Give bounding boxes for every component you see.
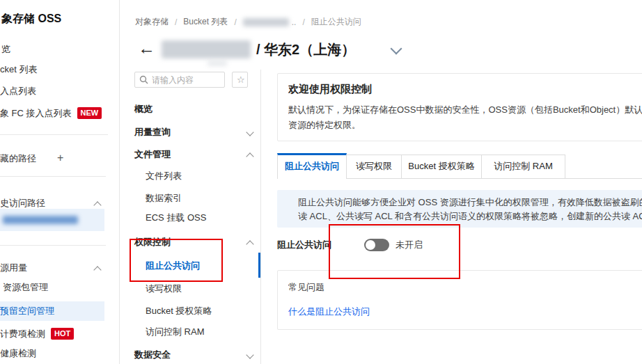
sidebar-item-redacted-path[interactable] <box>0 209 104 231</box>
breadcrumb-separator: / <box>234 17 236 27</box>
sidebar-item-reserved-capacity[interactable]: 预留空间管理 <box>0 301 104 321</box>
tab-ram-access-control[interactable]: 访问控制 RAM <box>482 155 565 178</box>
toggle-state-text: 未开启 <box>396 238 423 252</box>
sidebar-item-label: 资源包管理 <box>3 282 48 292</box>
nav-item-ecs-mount-oss[interactable]: ECS 挂载 OSS <box>146 211 206 225</box>
favorite-star-button[interactable]: ☆ <box>232 72 248 88</box>
sidebar-item-label: 健康检测 <box>0 348 36 358</box>
nav-item-label: ECS 挂载 OSS <box>146 212 206 223</box>
chevron-down-icon <box>246 128 253 136</box>
nav-item-bucket-policy[interactable]: Bucket 授权策略 <box>146 304 212 318</box>
welcome-title: 欢迎使用权限控制 <box>288 83 372 96</box>
active-nav-indicator <box>258 253 260 278</box>
breadcrumb: 对象存储 / Bucket 列表 / .. / 阻止公共访问 <box>135 17 361 27</box>
bucket-name-redacted <box>162 40 251 58</box>
chevron-up-icon <box>246 152 253 160</box>
nav-item-label: 文件管理 <box>134 149 171 159</box>
welcome-text-line2: 资源的特定权限。 <box>288 119 642 132</box>
nav-item-file-list[interactable]: 文件列表 <box>146 169 182 183</box>
sidebar-item-label: 史访问路径 <box>0 198 45 208</box>
sidebar-item-resource-packages[interactable]: 资源包管理 <box>3 280 48 294</box>
hot-badge: HOT <box>51 328 74 340</box>
product-title: 象存储 OSS <box>1 11 61 26</box>
nav-item-label: 数据安全 <box>134 349 171 360</box>
chevron-up-icon <box>246 240 253 248</box>
sidebar-item-resource-usage[interactable]: 源用量 <box>0 261 27 275</box>
toggle-label: 阻止公共访问 <box>277 238 331 252</box>
nav-item-read-write-permission[interactable]: 读写权限 <box>146 282 182 296</box>
faq-title: 常见问题 <box>288 281 324 294</box>
breadcrumb-ellipsis: .. <box>292 17 297 27</box>
sidebar-item-label: 象 FC 接入点列表 <box>0 108 72 118</box>
back-arrow-icon[interactable]: ← <box>138 38 155 60</box>
tab-read-write-permission[interactable]: 读写权限 <box>347 155 402 178</box>
tab-block-public-access[interactable]: 阻止公共访问 <box>277 153 347 179</box>
nav-item-label: 读写权限 <box>146 283 182 294</box>
nav-item-label: 概览 <box>134 104 152 114</box>
welcome-text-line1: 默认情况下，为保证存储在OSS中数据的安全性，OSS资源（包括Bucket和Ob… <box>288 104 642 116</box>
redacted-text <box>3 216 78 224</box>
nav-item-permission-control[interactable]: 权限控制 <box>134 235 171 249</box>
new-badge: NEW <box>77 107 102 119</box>
nav-item-file-management[interactable]: 文件管理 <box>134 148 171 161</box>
breadcrumb-item-oss[interactable]: 对象存储 <box>135 16 169 28</box>
sidebar-item-overview[interactable]: 览 <box>1 42 10 56</box>
faq-card: 常见问题 什么是阻止公共访问 <box>277 270 642 330</box>
breadcrumb-item-bucket-list[interactable]: Bucket 列表 <box>183 16 228 28</box>
sidebar-divider <box>119 0 120 364</box>
chevron-down-icon[interactable] <box>391 43 402 55</box>
welcome-card: 欢迎使用权限控制 默认情况下，为保证存储在OSS中数据的安全性，OSS资源（包括… <box>277 73 642 141</box>
sidebar-item-favorite-paths[interactable]: 藏的路径+ <box>0 151 63 165</box>
sidebar-item-fc-access-point-list[interactable]: 象 FC 接入点列表NEW <box>0 106 102 120</box>
info-banner-line2: 读 ACL、公共读写 ACL 和含有公共访问语义的权限策略将被忽略，创建新的公共… <box>298 209 642 223</box>
sidebar-item-health-check[interactable]: 健康检测 <box>0 347 36 361</box>
divider <box>0 176 106 177</box>
divider <box>0 134 108 135</box>
chevron-up-icon <box>93 201 101 209</box>
sidebar-item-label: cket 列表 <box>0 64 37 74</box>
bucket-name-redacted-smudge <box>208 61 227 66</box>
nav-item-ram-access-control[interactable]: 访问控制 RAM <box>146 325 205 339</box>
search-icon <box>139 75 148 84</box>
nav-item-label: 用量查询 <box>134 127 171 137</box>
sidebar-item-label: 览 <box>1 44 10 54</box>
nav-item-data-indexing[interactable]: 数据索引 <box>146 191 182 205</box>
primary-sidebar: 象存储 OSS 览 cket 列表 入点列表 象 FC 接入点列表NEW 藏的路… <box>0 0 119 364</box>
oss-console-page: 象存储 OSS 览 cket 列表 入点列表 象 FC 接入点列表NEW 藏的路… <box>0 0 642 364</box>
toggle-knob <box>366 240 375 250</box>
sidebar-item-label: 入点列表 <box>0 86 36 96</box>
nav-item-block-public-access[interactable]: 阻止公共访问 <box>146 259 200 273</box>
block-public-access-toggle[interactable] <box>364 239 389 251</box>
breadcrumb-item-current: 阻止公共访问 <box>311 16 361 28</box>
nav-item-label: 文件列表 <box>146 171 182 181</box>
sidebar-item-access-point-list[interactable]: 入点列表 <box>0 84 36 98</box>
sidebar-item-history-paths[interactable]: 史访问路径 <box>0 196 45 210</box>
nav-item-label: 访问控制 RAM <box>146 326 205 337</box>
sidebar-item-label: 源用量 <box>0 262 27 273</box>
nav-item-label: 数据索引 <box>146 193 182 203</box>
nav-item-label: 权限控制 <box>134 237 171 247</box>
nav-item-label: 阻止公共访问 <box>146 260 200 271</box>
nav-item-data-security[interactable]: 数据安全 <box>134 348 171 362</box>
faq-link-what-is-block-public-access[interactable]: 什么是阻止公共访问 <box>288 306 370 318</box>
nav-item-overview[interactable]: 概览 <box>134 102 152 116</box>
sidebar-item-bucket-list[interactable]: cket 列表 <box>0 63 37 77</box>
sidebar-item-label: 藏的路径 <box>0 153 36 164</box>
info-banner-line1: 阻止公共访问能够方便企业对 OSS 资源进行集中化的权限管理，有效降低数据被盗刷… <box>298 196 642 209</box>
nav-item-label: Bucket 授权策略 <box>146 306 212 316</box>
chevron-up-icon <box>93 266 101 274</box>
breadcrumb-separator: / <box>175 17 177 27</box>
page-title-region: / 华东2（上海） <box>256 40 355 58</box>
secondary-sidebar-divider <box>260 70 261 364</box>
tab-bucket-policy[interactable]: Bucket 授权策略 <box>402 155 482 178</box>
breadcrumb-bucket-name-redacted[interactable] <box>243 18 289 26</box>
nav-item-usage-query[interactable]: 用量查询 <box>134 125 171 139</box>
info-banner: 阻止公共访问能够方便企业对 OSS 资源进行集中化的权限管理，有效降低数据被盗刷… <box>277 190 642 228</box>
sidebar-item-billing-check[interactable]: 计费项检测HOT <box>0 327 74 341</box>
chevron-down-icon <box>246 351 253 358</box>
add-path-plus-icon[interactable]: + <box>57 152 63 164</box>
sidebar-item-label: 预留空间管理 <box>0 304 54 318</box>
breadcrumb-separator: / <box>302 17 304 27</box>
divider <box>0 245 106 246</box>
sidebar-item-label: 计费项检测 <box>0 329 45 339</box>
